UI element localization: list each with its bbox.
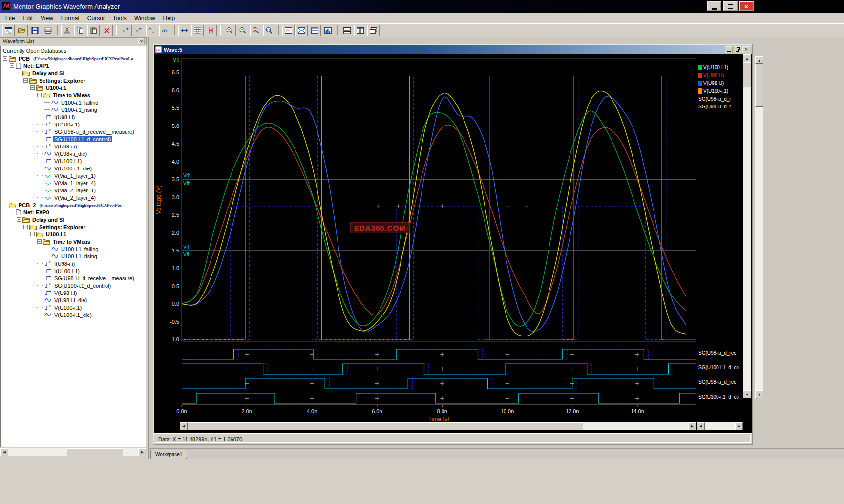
collapse-icon[interactable]: − — [30, 85, 35, 90]
collapse-icon[interactable]: − — [23, 225, 28, 229]
tree-item[interactable]: −PCB_2(F:\new5\highspeed\HighSpeed\ICXPr… — [1, 201, 146, 209]
collapse-icon[interactable]: − — [17, 71, 21, 75]
tree-item[interactable]: V(U98-i.i) — [1, 143, 146, 150]
extract-trace-button[interactable] — [133, 25, 145, 36]
scroll-track[interactable] — [188, 422, 688, 430]
tile-vertical-button[interactable] — [354, 25, 366, 36]
menu-tools[interactable]: Tools — [109, 13, 130, 23]
tree-item[interactable]: V(Via_2_layer_1) — [1, 187, 146, 194]
close-button[interactable]: × — [739, 1, 754, 11]
scroll-track[interactable] — [8, 448, 138, 456]
menu-cursor[interactable]: Cursor — [84, 13, 109, 23]
zoom-out-button[interactable] — [237, 25, 249, 36]
tree-item[interactable]: −U100-i.1 — [1, 231, 146, 238]
legend-entry[interactable]: V(U98-i.i) — [698, 81, 724, 86]
scroll-up-button[interactable]: ▲ — [743, 54, 751, 62]
tree-item[interactable]: −Settings: Explorer — [1, 77, 146, 84]
tree-item[interactable]: SG(U98-i.i_d_receive__measure) — [1, 274, 146, 282]
scroll-down-button[interactable]: ▼ — [755, 390, 763, 398]
histogram-button[interactable] — [322, 25, 334, 36]
scroll-down-button[interactable]: ▼ — [743, 390, 751, 398]
tree-item[interactable]: −Time to VMeas — [1, 238, 146, 245]
collapse-icon[interactable]: − — [30, 232, 35, 236]
stack-traces-button[interactable] — [146, 25, 158, 36]
scroll-thumb[interactable] — [743, 62, 751, 87]
cascade-button[interactable] — [367, 25, 380, 36]
digital-signal-label[interactable]: SG(U100-i.1_d_co — [698, 394, 739, 399]
legend-entry[interactable]: V(U100-i.1) — [698, 65, 728, 70]
menu-help[interactable]: Help — [159, 13, 179, 23]
panel-close-button[interactable]: × — [138, 38, 145, 44]
tree-item[interactable]: U100-i.1_falling — [1, 245, 146, 252]
legend-entry[interactable]: SG(U98-i.i_d_r — [698, 104, 731, 109]
scroll-left-button[interactable]: ◀ — [180, 422, 188, 430]
tree-item[interactable]: −Delay and SI — [1, 216, 146, 223]
scroll-right-button[interactable]: ▶ — [138, 448, 146, 456]
tree-item[interactable]: U100-i.1_falling — [1, 99, 146, 106]
scroll-right-button[interactable]: ▶ — [735, 422, 743, 430]
overlay-traces-button[interactable] — [159, 25, 171, 36]
legend-entry[interactable]: V(U100-i.1) — [698, 88, 728, 94]
spreadsheet-button[interactable] — [309, 25, 321, 36]
collapse-icon[interactable]: − — [37, 239, 42, 244]
collapse-icon[interactable]: − — [3, 56, 7, 61]
legend-horizontal-scrollbar[interactable]: ◀ ▶ — [697, 422, 743, 430]
tile-horizontal-button[interactable] — [341, 25, 353, 36]
panel-caption-bar[interactable]: Waveform List × — [0, 37, 147, 45]
collapse-icon[interactable]: − — [3, 203, 7, 207]
wave-vertical-scrollbar[interactable]: ▲ ▼ — [743, 54, 751, 398]
zoom-fit-button[interactable] — [263, 25, 275, 36]
digital-signal-label[interactable]: SG(U98-i.i_d_rec — [698, 350, 736, 356]
tree-item[interactable]: V(Via_2_layer_4) — [1, 194, 146, 201]
workspace-vertical-scrollbar[interactable]: ▲ ▼ — [755, 56, 763, 398]
menu-view[interactable]: View — [37, 13, 57, 23]
tree-item[interactable]: −Time to VMeas — [1, 91, 146, 99]
tree-item[interactable]: V(U98-i.i_die) — [1, 150, 146, 157]
cursor-measure-button[interactable] — [205, 25, 217, 36]
workspace-tab[interactable]: Workspace1 — [150, 450, 187, 459]
tree-item[interactable]: −Settings: Explorer — [1, 223, 146, 231]
wave-close-button[interactable]: × — [742, 46, 750, 53]
scroll-up-button[interactable]: ▲ — [755, 56, 763, 64]
scroll-thumb[interactable] — [67, 448, 123, 456]
digital-signal-label[interactable]: SG(U100-i.1_d_co — [698, 365, 739, 370]
tree-item[interactable]: V(U100-i.1) — [1, 304, 146, 311]
waveform-plot[interactable]: VrhVfhVrlVfl6.56.05.55.04.54.03.53.02.52… — [154, 54, 697, 421]
title-bar[interactable]: Mentor Graphics Waveform Analyzer × — [0, 0, 844, 13]
wave-window-title-bar[interactable]: Wave:5 × — [154, 45, 752, 54]
tree-item[interactable]: −Net: EXP0 — [1, 209, 146, 216]
paste-button[interactable] — [87, 25, 100, 36]
tree-item[interactable]: V(U98-i.i_die) — [1, 296, 146, 304]
menu-window[interactable]: Window — [130, 13, 159, 23]
wave-horizontal-scrollbar[interactable]: ◀ ▶ — [180, 422, 696, 430]
scroll-track[interactable] — [743, 62, 751, 390]
legend-entry[interactable]: V(U98-i.i) — [698, 73, 724, 78]
tree-item[interactable]: V(U98-i.i) — [1, 289, 146, 296]
scroll-track[interactable] — [755, 64, 763, 390]
tree-item[interactable]: V(U100-i.1) — [1, 157, 146, 165]
tree-item[interactable]: V(Via_1_layer_1) — [1, 172, 146, 179]
tree-item[interactable]: SG(U100-i.1_d_control) — [1, 282, 146, 289]
legend-entry[interactable]: SG(U98-i.i_d_r — [698, 96, 731, 102]
zoom-window-button[interactable] — [250, 25, 262, 36]
collapse-icon[interactable]: − — [10, 63, 14, 68]
maximize-button[interactable] — [723, 1, 738, 11]
pan-traces-button[interactable] — [178, 25, 190, 36]
tree-item[interactable]: U100-i.1_rising — [1, 252, 146, 260]
menu-edit[interactable]: Edit — [19, 13, 37, 23]
scroll-thumb[interactable] — [188, 422, 583, 430]
tree-item[interactable]: U100-i.1_rising — [1, 106, 146, 113]
collapse-icon[interactable]: − — [10, 210, 14, 214]
measure-chart-button[interactable] — [282, 25, 295, 36]
digital-signal-label[interactable]: SG(U98-i.i_d_rec — [698, 379, 736, 385]
scroll-right-button[interactable]: ▶ — [688, 422, 696, 430]
tree-item[interactable]: V(U100-i.1_die) — [1, 311, 146, 318]
delete-button[interactable] — [101, 25, 113, 36]
scroll-thumb[interactable] — [755, 64, 763, 107]
new-wave-window-button[interactable] — [2, 25, 15, 36]
tree-item[interactable]: I(U100-i.1) — [1, 121, 146, 128]
tree-item[interactable]: SG(U98-i.i_d_receive__measure) — [1, 128, 146, 135]
menu-format[interactable]: Format — [57, 13, 84, 23]
copy-button[interactable] — [74, 25, 86, 36]
menu-file[interactable]: File — [1, 13, 19, 23]
